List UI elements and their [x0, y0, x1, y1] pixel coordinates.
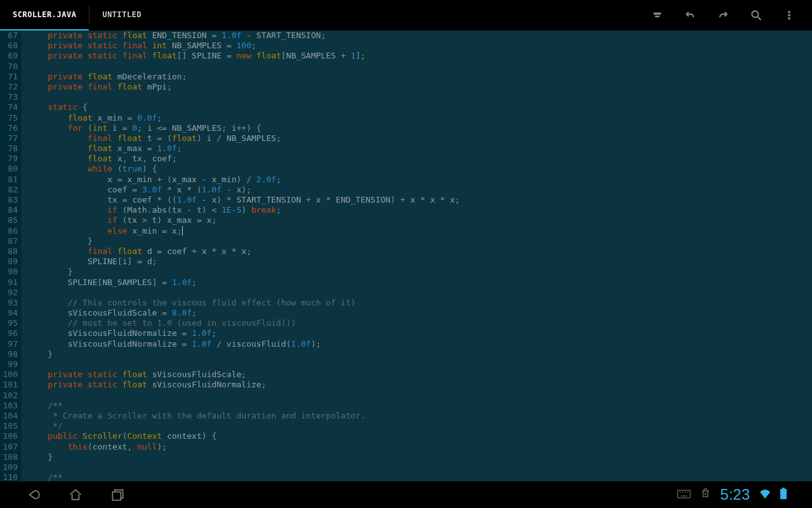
code-line[interactable]	[28, 92, 460, 102]
code-line[interactable]: static {	[28, 102, 460, 112]
code-line[interactable]: public Scroller(Context context) {	[28, 431, 460, 441]
code-line[interactable]: this(context, null);	[28, 442, 460, 452]
code-line[interactable]: sViscousFluidNormalize = 1.0f;	[28, 328, 460, 338]
svg-line-1	[758, 17, 761, 20]
svg-marker-12	[704, 493, 707, 494]
wifi-icon	[759, 488, 771, 501]
code-editor[interactable]: 6768697071727374757677787980818283848586…	[0, 30, 812, 481]
line-number: 93	[0, 298, 18, 308]
android-nav-bar: 5:23	[0, 481, 812, 508]
code-line[interactable]: private static float sViscousFluidScale;	[28, 370, 460, 380]
line-number: 103	[0, 401, 18, 411]
line-number: 69	[0, 51, 18, 61]
line-number: 79	[0, 154, 18, 164]
code-line[interactable]: private static float END_TENSION = 1.0f …	[28, 30, 460, 41]
store-icon[interactable]	[700, 488, 711, 502]
line-number: 81	[0, 175, 18, 185]
redo-icon[interactable]	[716, 8, 731, 23]
line-number: 97	[0, 339, 18, 349]
code-line[interactable]: private static float sViscousFluidNormal…	[28, 380, 460, 390]
code-line[interactable]: * Create a Scroller with the default dur…	[28, 411, 460, 421]
code-line[interactable]	[28, 391, 460, 401]
code-line[interactable]: float x, tx, coef;	[28, 154, 460, 164]
code-line[interactable]: /**	[28, 472, 460, 481]
code-line[interactable]: private static final float[] SPLINE = ne…	[28, 51, 460, 61]
code-line[interactable]	[28, 288, 460, 298]
line-number: 74	[0, 102, 18, 112]
tab-scroller-java[interactable]: SCROLLER.JAVA	[0, 0, 89, 30]
code-line[interactable]: private final float mPpi;	[28, 82, 460, 92]
line-number: 80	[0, 164, 18, 174]
undo-icon[interactable]	[683, 8, 698, 23]
code-line[interactable]: SPLINE[NB_SAMPLES] = 1.0f;	[28, 277, 460, 288]
top-bar: SCROLLER.JAVA UNTITLED	[0, 0, 812, 30]
line-number-gutter: 6768697071727374757677787980818283848586…	[0, 30, 22, 481]
recents-button[interactable]	[109, 486, 126, 503]
toolbar-icons	[650, 8, 812, 23]
line-number: 101	[0, 380, 18, 390]
tab-strip: SCROLLER.JAVA UNTITLED	[0, 0, 154, 30]
line-number: 107	[0, 442, 18, 452]
code-line[interactable]	[28, 62, 460, 72]
line-number: 89	[0, 257, 18, 267]
line-number: 106	[0, 431, 18, 441]
code-line[interactable]: */	[28, 421, 460, 431]
code-line[interactable]: tx = coef * ((1.0f - x) * START_TENSION …	[28, 195, 460, 205]
code-line[interactable]: }	[28, 452, 460, 462]
line-number: 110	[0, 472, 18, 481]
code-line[interactable]	[28, 359, 460, 370]
svg-rect-3	[788, 14, 790, 16]
code-line[interactable]: // must be set to 1.0 (used in viscousFl…	[28, 318, 460, 328]
code-line[interactable]: coef = 3.0f * x * (1.0f - x);	[28, 185, 460, 195]
code-line[interactable]	[28, 462, 460, 472]
overflow-menu-icon[interactable]	[782, 8, 797, 23]
code-line[interactable]: private float mDeceleration;	[28, 72, 460, 82]
clock: 5:23	[720, 486, 750, 504]
code-line[interactable]: }	[28, 236, 460, 246]
line-number: 77	[0, 133, 18, 144]
code-line[interactable]: sViscousFluidScale = 8.0f;	[28, 308, 460, 318]
battery-icon	[780, 488, 787, 502]
code-line[interactable]: }	[28, 267, 460, 277]
save-icon[interactable]	[650, 8, 665, 23]
line-number: 88	[0, 246, 18, 257]
svg-rect-6	[678, 490, 690, 498]
code-line[interactable]: float x_max = 1.0f;	[28, 144, 460, 154]
code-line[interactable]: /**	[28, 401, 460, 411]
svg-rect-14	[782, 488, 785, 489]
code-line[interactable]: for (int i = 0; i <= NB_SAMPLES; i++) {	[28, 123, 460, 133]
svg-point-0	[752, 11, 758, 17]
code-line[interactable]: final float d = coef + x * x * x;	[28, 246, 460, 257]
code-line[interactable]: else x_min = x;	[28, 226, 460, 236]
svg-rect-2	[788, 11, 790, 13]
code-line[interactable]: SPLINE[i] = d;	[28, 257, 460, 267]
code-line[interactable]: float x_min = 0.0f;	[28, 113, 460, 123]
home-button[interactable]	[67, 486, 84, 503]
line-number: 70	[0, 62, 18, 72]
code-line[interactable]: sViscousFluidNormalize = 1.0f / viscousF…	[28, 339, 460, 349]
line-number: 82	[0, 185, 18, 195]
line-number: 108	[0, 452, 18, 462]
code-line[interactable]: x = x_min + (x_max - x_min) / 2.0f;	[28, 175, 460, 185]
back-button[interactable]	[25, 486, 42, 503]
line-number: 92	[0, 288, 18, 298]
code-line[interactable]: if (Math.abs(tx - t) < 1E-5) break;	[28, 205, 460, 215]
code-content[interactable]: private static float END_TENSION = 1.0f …	[22, 30, 460, 481]
tab-untitled[interactable]: UNTITLED	[89, 0, 154, 30]
line-number: 68	[0, 41, 18, 51]
line-number: 75	[0, 113, 18, 123]
code-line[interactable]: }	[28, 349, 460, 359]
line-number: 90	[0, 267, 18, 277]
search-icon[interactable]	[749, 8, 764, 23]
line-number: 98	[0, 349, 18, 359]
code-line[interactable]: final float t = (float) i / NB_SAMPLES;	[28, 133, 460, 144]
code-line[interactable]: if (tx > t) x_max = x;	[28, 215, 460, 225]
line-number: 104	[0, 411, 18, 421]
line-number: 102	[0, 391, 18, 401]
code-line[interactable]: // This controls the viscous fluid effec…	[28, 298, 460, 308]
line-number: 67	[0, 30, 18, 41]
code-line[interactable]: private static final int NB_SAMPLES = 10…	[28, 41, 460, 51]
code-line[interactable]: while (true) {	[28, 164, 460, 174]
line-number: 72	[0, 82, 18, 92]
line-number: 84	[0, 205, 18, 215]
